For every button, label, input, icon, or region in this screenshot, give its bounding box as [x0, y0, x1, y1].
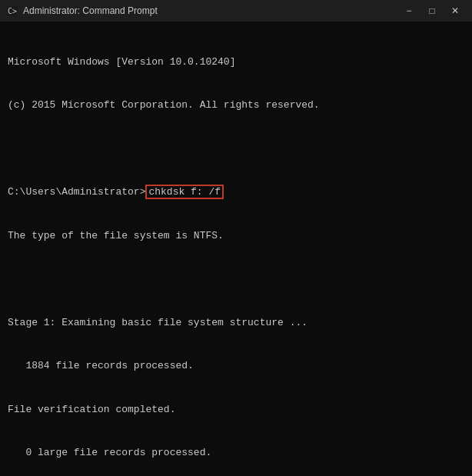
console-line-1: (c) 2015 Microsoft Corporation. All righ… — [8, 98, 464, 113]
console-line-5 — [8, 272, 464, 287]
window-title: Administrator: Command Prompt — [23, 5, 158, 16]
prompt-text: C:\Users\Administrator> — [8, 186, 145, 198]
title-bar: C> Administrator: Command Prompt − □ ✕ — [0, 0, 472, 22]
console-line-2 — [8, 142, 464, 157]
window-controls: − □ ✕ — [398, 3, 466, 18]
console-line-4: The type of the file system is NTFS. — [8, 229, 464, 244]
console-prompt-line: C:\Users\Administrator>chkdsk f: /f — [8, 185, 464, 200]
command-highlight: chkdsk f: /f — [145, 185, 224, 199]
window-container: C> Administrator: Command Prompt − □ ✕ M… — [0, 0, 472, 476]
console-body[interactable]: Microsoft Windows [Version 10.0.10240] (… — [0, 22, 472, 476]
maximize-button[interactable]: □ — [421, 3, 443, 18]
minimize-button[interactable]: − — [398, 3, 420, 18]
console-line-8: File verification completed. — [8, 403, 464, 418]
console-line-9: 0 large file records processed. — [8, 446, 464, 461]
svg-text:C>: C> — [8, 7, 17, 15]
title-bar-left: C> Administrator: Command Prompt — [6, 5, 158, 17]
cmd-icon: C> — [6, 5, 18, 17]
console-line-7: 1884 file records processed. — [8, 359, 464, 374]
console-line-6: Stage 1: Examining basic file system str… — [8, 316, 464, 331]
console-line-0: Microsoft Windows [Version 10.0.10240] — [8, 55, 464, 70]
close-button[interactable]: ✕ — [444, 3, 466, 18]
